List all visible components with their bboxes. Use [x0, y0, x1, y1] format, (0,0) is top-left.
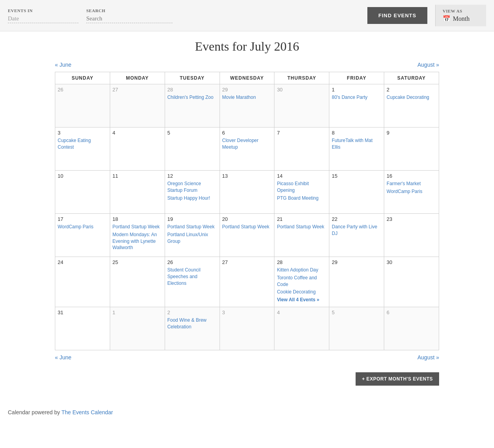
event-link[interactable]: Student Council Speeches and Elections [167, 267, 217, 286]
calendar-table: SUNDAYMONDAYTUESDAYWEDNESDAYTHURSDAYFRID… [55, 72, 439, 350]
prev-month-link-bottom[interactable]: « June [55, 354, 71, 361]
event-link[interactable]: PTG Board Meeting [277, 195, 327, 202]
event-link[interactable]: Food Wine & Brew Celebration [167, 317, 217, 330]
event-link[interactable]: WordCamp Paris [387, 188, 436, 195]
day-number: 10 [58, 173, 107, 179]
event-link[interactable]: Oregon Science Startup Forum [167, 180, 217, 194]
day-number: 27 [113, 87, 162, 93]
event-link[interactable]: Portland Startup Week [167, 224, 217, 230]
event-link[interactable]: Portland Startup Week [277, 224, 327, 230]
bottom-nav-row: « June August » [55, 354, 439, 361]
calendar-day-cell: 21Portland Startup Week [274, 214, 329, 257]
event-link[interactable]: Toronto Coffee and Code [277, 275, 327, 288]
day-number: 26 [167, 259, 217, 265]
calendar-day-header: SUNDAY [55, 72, 110, 84]
event-link[interactable]: Portland Startup Week [113, 224, 162, 230]
event-link[interactable]: Portland Linux/Unix Group [167, 231, 217, 245]
day-number: 20 [222, 216, 272, 222]
calendar-day-cell: 30 [384, 257, 439, 307]
export-row: + EXPORT MONTH'S EVENTS [55, 372, 439, 386]
calendar-day-cell: 27 [110, 84, 165, 127]
day-number: 7 [277, 130, 327, 136]
calendar-day-cell: 25 [110, 257, 165, 307]
event-link[interactable]: Cupcake Eating Contest [58, 137, 107, 151]
day-number: 27 [222, 259, 272, 265]
calendar-day-cell: 18Portland Startup WeekModern Mondays: A… [110, 214, 165, 257]
footer-link[interactable]: The Events Calendar [62, 409, 113, 415]
calendar-week-row: 3112Food Wine & Brew Celebration3456 [55, 307, 439, 350]
calendar-week-row: 3Cupcake Eating Contest456Clover Develop… [55, 127, 439, 171]
calendar-day-cell: 26 [55, 84, 110, 127]
search-label: SEARCH [86, 8, 173, 13]
day-number: 12 [167, 173, 217, 179]
events-in-input[interactable] [8, 15, 78, 23]
day-number: 18 [113, 216, 162, 222]
calendar-day-cell: 10 [55, 171, 110, 214]
view-as-value[interactable]: 📅 Month [443, 15, 479, 22]
day-number: 30 [387, 259, 436, 265]
event-link[interactable]: Movie Marathon [222, 94, 272, 101]
next-month-link-top[interactable]: August » [418, 62, 439, 68]
calendar-day-cell: 30 [274, 84, 329, 127]
day-number: 23 [387, 216, 436, 222]
calendar-day-cell: 6 [384, 307, 439, 350]
day-number: 1 [113, 310, 162, 315]
calendar-day-cell: 12Oregon Science Startup ForumStartup Ha… [165, 171, 220, 214]
day-number: 30 [277, 87, 327, 93]
event-link[interactable]: WordCamp Paris [58, 224, 107, 230]
day-number: 19 [167, 216, 217, 222]
calendar-day-cell: 27 [220, 257, 274, 307]
top-bar: EVENTS IN SEARCH FIND EVENTS VIEW AS 📅 M… [0, 0, 494, 31]
view-as-section: VIEW AS 📅 Month [435, 5, 486, 26]
calendar-day-cell: 1 [110, 307, 165, 350]
event-link[interactable]: View All 4 Events » [277, 297, 327, 303]
calendar-header-row: SUNDAYMONDAYTUESDAYWEDNESDAYTHURSDAYFRID… [55, 72, 439, 84]
prev-month-link-top[interactable]: « June [55, 62, 71, 68]
calendar-day-header: FRIDAY [329, 72, 384, 84]
event-link[interactable]: Clover Developer Meetup [222, 137, 272, 151]
day-number: 21 [277, 216, 327, 222]
day-number: 31 [58, 310, 107, 315]
calendar-day-header: TUESDAY [165, 72, 220, 84]
export-button[interactable]: + EXPORT MONTH'S EVENTS [356, 372, 439, 386]
page-title: Events for July 2016 [55, 39, 439, 54]
day-number: 11 [113, 173, 162, 179]
event-link[interactable]: Startup Happy Hour! [167, 195, 217, 202]
calendar-week-row: 101112Oregon Science Startup ForumStartu… [55, 171, 439, 214]
event-link[interactable]: Farmer's Market [387, 180, 436, 187]
day-number: 14 [277, 173, 327, 179]
calendar-day-cell: 22Dance Party with Live DJ [329, 214, 384, 257]
calendar-day-cell: 28Kitten Adoption DayToronto Coffee and … [274, 257, 329, 307]
calendar-day-cell: 26Student Council Speeches and Elections [165, 257, 220, 307]
events-in-label: EVENTS IN [8, 8, 78, 13]
event-link[interactable]: Cookie Decorating [277, 289, 327, 295]
find-events-button[interactable]: FIND EVENTS [367, 7, 427, 24]
event-link[interactable]: Cupcake Decorating [387, 94, 436, 101]
event-link[interactable]: Dance Party with Live DJ [332, 224, 381, 237]
top-nav-row: « June August » [55, 62, 439, 68]
calendar-day-cell: 15 [329, 171, 384, 214]
event-link[interactable]: Kitten Adoption Day [277, 267, 327, 273]
calendar-day-header: WEDNESDAY [220, 72, 274, 84]
day-number: 28 [167, 87, 217, 93]
calendar-day-cell: 5 [329, 307, 384, 350]
event-link[interactable]: Children's Petting Zoo [167, 94, 217, 101]
event-link[interactable]: Portland Startup Week [222, 224, 272, 230]
calendar-day-cell: 29 [329, 257, 384, 307]
event-link[interactable]: Modern Mondays: An Evening with Lynette … [113, 231, 162, 251]
calendar-day-cell: 8FutureTalk with Mat Ellis [329, 127, 384, 171]
event-link[interactable]: 80's Dance Party [332, 94, 381, 101]
search-field: SEARCH [86, 8, 173, 23]
event-link[interactable]: FutureTalk with Mat Ellis [332, 137, 381, 151]
event-link[interactable]: Picasso Exhibit Opening [277, 180, 327, 194]
calendar-day-cell: 180's Dance Party [329, 84, 384, 127]
day-number: 8 [332, 130, 381, 136]
calendar-day-cell: 24 [55, 257, 110, 307]
calendar-day-cell: 17WordCamp Paris [55, 214, 110, 257]
day-number: 9 [387, 130, 436, 136]
day-number: 3 [222, 310, 272, 315]
day-number: 16 [387, 173, 436, 179]
next-month-link-bottom[interactable]: August » [418, 354, 439, 361]
calendar-day-cell: 6Clover Developer Meetup [220, 127, 274, 171]
search-input[interactable] [86, 15, 173, 23]
